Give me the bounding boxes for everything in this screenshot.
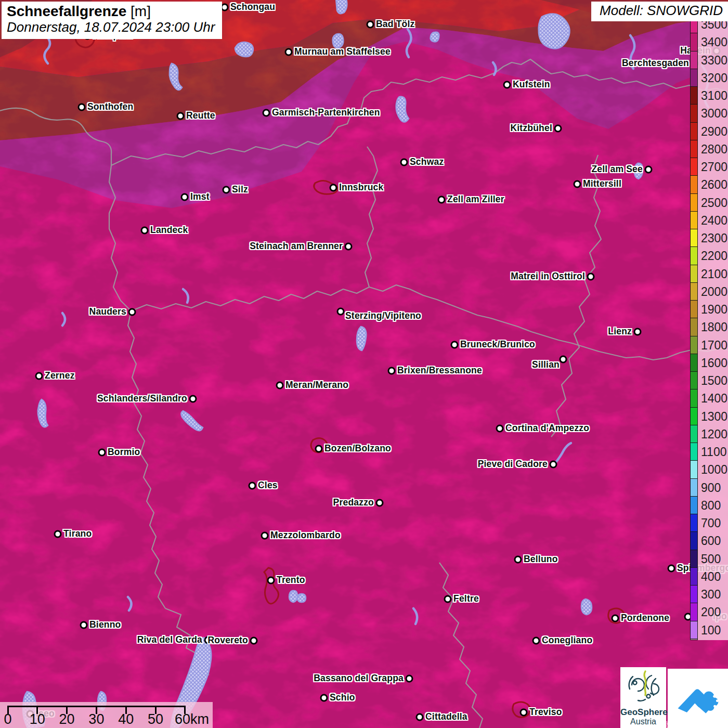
colorbar-label: 1500: [701, 374, 727, 388]
colorbar-label: 2000: [701, 284, 727, 298]
city-label: Berchtesgaden: [622, 58, 689, 69]
colorbar-label: 2300: [701, 231, 727, 245]
city-label: Mezzolombardo: [270, 530, 341, 541]
colorbar-label: 1200: [701, 427, 727, 441]
colorbar-label: 500: [701, 552, 721, 566]
colorbar-label: 1000: [701, 463, 727, 477]
colorbar-label: 100: [701, 623, 721, 637]
city-dot: [315, 445, 323, 453]
city-label: Conegliano: [542, 635, 592, 646]
city-dot: [514, 556, 522, 564]
colorbar-label: 600: [701, 534, 721, 548]
colorbar-label: 2100: [701, 267, 727, 281]
city-label: Treviso: [529, 707, 562, 718]
city-label: Feltre: [453, 593, 479, 604]
city-label: Garmisch-Partenkirchen: [272, 107, 380, 118]
colorbar-label: 2400: [701, 213, 727, 227]
city-label: Sterzing/Vipiteno: [345, 310, 421, 321]
city-dot: [337, 308, 345, 316]
geosphere-logo-name: GeoSphere: [620, 708, 666, 717]
city-label: Zell am Ziller: [447, 194, 504, 205]
city-label: Steinach am Brenner: [250, 241, 343, 252]
page-title: Schneefallgrenze [m]: [7, 4, 215, 20]
city-dot: [345, 243, 353, 251]
city-label: Riva del Garda: [137, 634, 202, 645]
city-label: Bormio: [108, 447, 140, 458]
city-label: Cittadella: [425, 711, 467, 722]
city-dot: [367, 21, 374, 29]
city-label: Imst: [190, 191, 210, 202]
city-dot: [438, 196, 446, 204]
colorbar-panel: 3500340033003200310030002900280027002600…: [690, 16, 728, 640]
city-label: Schio: [330, 692, 355, 703]
city-layer: SchongauBad TölzKemptenMurnau am Staffel…: [0, 0, 728, 728]
city-dot: [451, 341, 459, 349]
city-dot: [181, 193, 189, 201]
city-dot: [554, 125, 562, 133]
city-label: Landeck: [150, 225, 188, 236]
colorbar-label: 1800: [701, 320, 727, 334]
city-dot: [400, 159, 408, 166]
city-label: Meran/Merano: [285, 380, 348, 391]
scalebar-label: 10: [30, 711, 45, 727]
city-label: Schlanders/Silandro: [97, 393, 187, 404]
city-dot: [550, 461, 557, 469]
colorbar-label: 200: [701, 605, 721, 619]
scalebar-label: 20: [59, 711, 75, 727]
title-box: Schneefallgrenze [m] Donnerstag, 18.07.2…: [2, 2, 222, 39]
colorbar-label: 800: [701, 498, 721, 512]
city-label: Predazzo: [333, 497, 374, 508]
mountain-cloud-logo-icon: [673, 673, 723, 723]
city-dot: [376, 499, 384, 507]
city-dot: [416, 713, 424, 721]
colorbar-label: 2800: [701, 142, 727, 156]
colorbar-label: 1300: [701, 409, 727, 423]
city-label: Reutte: [186, 110, 215, 121]
geosphere-logo-icon: [625, 669, 662, 707]
city-dot: [80, 621, 88, 629]
colorbar-label: 400: [701, 569, 721, 583]
city-dot: [276, 382, 284, 389]
colorbar-label: 2900: [701, 124, 727, 138]
city-label: Schongau: [230, 2, 275, 12]
city-label: Bad Tölz: [376, 19, 415, 30]
city-dot: [267, 577, 275, 584]
city-label: Murnau am Staffelsee: [294, 46, 391, 57]
city-dot: [261, 532, 269, 540]
city-label: Bruneck/Brunico: [460, 339, 535, 350]
model-label: Modell: SNOWGRID: [600, 3, 723, 18]
colorbar-label: 3300: [701, 53, 727, 67]
colorbar-label: 2600: [701, 178, 727, 192]
city-label: Pieve di Cadore: [478, 459, 548, 470]
city-dot: [35, 372, 43, 380]
city-dot: [330, 184, 337, 192]
city-label: Zernez: [45, 370, 75, 381]
city-dot: [634, 328, 642, 336]
colorbar-label: 3000: [701, 107, 727, 121]
scalebar-label: 60km: [175, 711, 209, 727]
partner-logo-box: [668, 669, 728, 728]
city-dot: [668, 565, 675, 573]
city-dot: [98, 449, 106, 457]
colorbar-label: 700: [701, 516, 721, 530]
colorbar-label: 2200: [701, 249, 727, 263]
city-label: Lienz: [608, 326, 632, 337]
city-dot: [645, 166, 653, 174]
scalebar: 0102030405060km: [0, 702, 213, 728]
map-screenshot: SchongauBad TölzKemptenMurnau am Staffel…: [0, 0, 728, 728]
colorbar-label: 2700: [701, 160, 727, 174]
city-dot: [560, 356, 567, 363]
city-dot: [249, 482, 256, 490]
city-dot: [612, 615, 619, 622]
city-label: Brixen/Bressanone: [397, 365, 482, 376]
city-label: Innsbruck: [339, 182, 383, 193]
city-label: Cles: [258, 480, 278, 491]
colorbar-label: 2500: [701, 196, 727, 210]
geosphere-logo-box: GeoSphere Austria: [620, 667, 666, 728]
city-dot: [520, 709, 528, 717]
city-label: Kitzbühel: [510, 123, 552, 134]
city-dot: [496, 425, 504, 433]
city-dot: [189, 395, 197, 403]
colorbar-label: 1900: [701, 303, 727, 317]
city-dot: [54, 530, 62, 538]
